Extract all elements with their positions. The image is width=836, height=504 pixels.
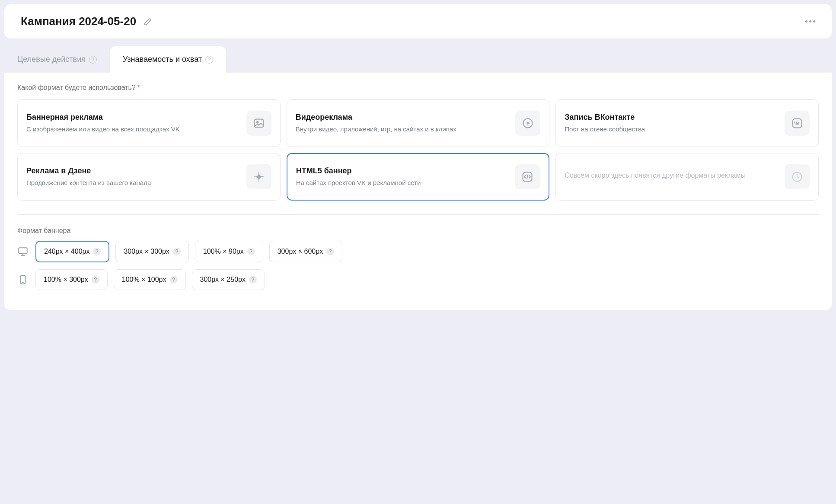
svg-rect-6: [19, 248, 27, 253]
dzen-icon: [246, 164, 271, 189]
format-card-video-ad[interactable]: Видеореклама Внутри видео, приложений, и…: [287, 99, 550, 147]
banner-row-mobile: 100% × 300px ? 100% × 100px ? 300px × 25…: [17, 269, 819, 290]
content-card: Целевые действия ? Узнаваемость и охват …: [4, 46, 832, 310]
image-icon: [246, 111, 271, 136]
chip-label: 100% × 90px: [203, 248, 244, 255]
format-card-dzen-ad[interactable]: Реклама в Дзене Продвижение контента из …: [17, 153, 281, 201]
chip-300x250[interactable]: 300px × 250px ?: [192, 269, 265, 290]
help-icon[interactable]: ?: [249, 276, 257, 284]
mobile-chips: 100% × 300px ? 100% × 100px ? 300px × 25…: [35, 269, 265, 290]
play-icon: [515, 111, 540, 136]
format-card-vk-post[interactable]: Запись ВКонтакте Пост на стене сообществ…: [555, 99, 819, 147]
format-desc: Пост на стене сообщества: [565, 124, 645, 134]
chip-100pct-90[interactable]: 100% × 90px ?: [195, 241, 263, 262]
svg-point-8: [22, 282, 23, 283]
format-desc: Внутри видео, приложений, игр, на сайтах…: [296, 124, 456, 134]
required-marker: *: [137, 84, 140, 92]
chip-label: 300px × 250px: [200, 276, 246, 284]
more-icon[interactable]: [805, 20, 815, 22]
banner-row-desktop: 240px × 400px ? 300px × 300px ? 100% × 9…: [17, 241, 819, 262]
format-card-coming-soon: Совсем скоро здесь появятся другие форма…: [555, 153, 819, 201]
format-desc: На сайтах проектов VK и рекламной сети: [296, 178, 421, 187]
help-icon[interactable]: ?: [93, 248, 101, 255]
format-section-label: Какой формат будете использовать? *: [17, 84, 819, 92]
desktop-chips: 240px × 400px ? 300px × 300px ? 100% × 9…: [35, 241, 342, 262]
help-icon[interactable]: ?: [92, 276, 99, 284]
tab-label: Узнаваемость и охват: [123, 55, 202, 64]
help-icon[interactable]: ?: [170, 276, 178, 284]
format-title: Баннерная реклама: [26, 113, 180, 122]
chip-label: 100% × 100px: [122, 276, 166, 284]
help-icon[interactable]: ?: [247, 248, 255, 255]
content-body: Какой формат будете использовать? * Банн…: [4, 73, 832, 310]
edit-icon[interactable]: [143, 17, 153, 26]
chip-100pct-300[interactable]: 100% × 300px ?: [35, 269, 108, 290]
format-title: Реклама в Дзене: [26, 166, 151, 175]
header-left: Кампания 2024-05-20: [21, 15, 153, 28]
tab-awareness-reach[interactable]: Узнаваемость и охват ?: [110, 46, 226, 73]
tabs: Целевые действия ? Узнаваемость и охват …: [4, 46, 832, 73]
tab-target-actions[interactable]: Целевые действия ?: [4, 46, 110, 73]
page-title: Кампания 2024-05-20: [21, 15, 136, 28]
format-card-banner-ad[interactable]: Баннерная реклама С изображением или вид…: [17, 99, 281, 147]
chip-label: 100% × 300px: [44, 276, 88, 284]
tab-label: Целевые действия: [17, 55, 86, 64]
format-card-html5-banner[interactable]: HTML5 баннер На сайтах проектов VK и рек…: [287, 153, 550, 201]
format-desc: Продвижение контента из вашего канала: [26, 178, 151, 187]
chip-label: 240px × 400px: [44, 248, 89, 255]
help-icon[interactable]: ?: [89, 56, 97, 64]
chip-label: 300px × 300px: [124, 248, 169, 255]
svg-point-1: [256, 121, 258, 123]
help-icon[interactable]: ?: [173, 248, 181, 255]
format-title: HTML5 баннер: [296, 166, 421, 175]
format-desc: С изображением или видео на всех площадк…: [26, 124, 180, 134]
format-grid: Баннерная реклама С изображением или вид…: [17, 99, 819, 215]
svg-rect-0: [254, 119, 263, 128]
chip-100pct-100[interactable]: 100% × 100px ?: [114, 269, 186, 290]
format-title: Совсем скоро здесь появятся другие форма…: [565, 171, 746, 180]
chip-300x300[interactable]: 300px × 300px ?: [115, 241, 188, 262]
format-title: Видеореклама: [296, 113, 456, 122]
chip-300x600[interactable]: 300px × 600px ?: [269, 241, 342, 262]
code-icon: [515, 164, 540, 189]
chip-label: 300px × 600px: [278, 248, 323, 255]
banner-section-label: Формат баннера: [17, 227, 819, 235]
help-icon[interactable]: ?: [205, 56, 213, 64]
chip-240x400[interactable]: 240px × 400px ?: [35, 241, 109, 262]
help-icon[interactable]: ?: [326, 248, 334, 255]
mobile-icon: [17, 274, 29, 285]
header-card: Кампания 2024-05-20: [4, 4, 832, 38]
desktop-icon: [17, 246, 29, 257]
vk-icon: [785, 111, 810, 136]
clock-icon: [785, 164, 810, 189]
format-title: Запись ВКонтакте: [565, 113, 645, 122]
